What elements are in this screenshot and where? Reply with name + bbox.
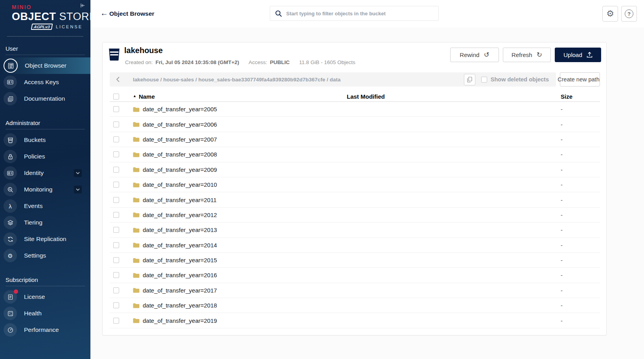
row-checkbox[interactable] — [113, 122, 119, 127]
object-size: - — [549, 257, 600, 263]
object-name[interactable]: date_of_transfer_year=2012 — [143, 212, 217, 218]
object-name[interactable]: date_of_transfer_year=2011 — [143, 197, 217, 203]
upload-button[interactable]: Upload — [555, 48, 601, 62]
row-checkbox[interactable] — [113, 302, 119, 308]
table-row[interactable]: date_of_transfer_year=2018 - — [110, 298, 600, 313]
row-checkbox[interactable] — [113, 106, 119, 112]
help-button[interactable]: ? — [621, 6, 637, 22]
table-row[interactable]: date_of_transfer_year=2013 - — [110, 223, 600, 237]
object-name[interactable]: date_of_transfer_year=2015 — [143, 257, 217, 263]
sidebar-item-events[interactable]: λ Events — [0, 198, 90, 214]
table-row[interactable]: date_of_transfer_year=2016 - — [110, 268, 600, 283]
table-row[interactable]: date_of_transfer_year=2019 - — [110, 313, 600, 328]
table-row[interactable]: date_of_transfer_year=2009 - — [110, 162, 600, 177]
table-row[interactable]: date_of_transfer_year=2005 - — [110, 102, 600, 117]
table-row[interactable]: date_of_transfer_year=2015 - — [110, 253, 600, 268]
breadcrumb[interactable]: lakehouse / house-sales / house_sales-ba… — [133, 77, 464, 83]
column-header-size[interactable]: Size — [549, 93, 600, 100]
folder-icon — [133, 197, 140, 203]
show-deleted-checkbox[interactable] — [481, 77, 487, 83]
folder-icon — [133, 227, 140, 233]
table-header: ▲ Name Last Modified Size — [110, 92, 600, 102]
column-header-last-modified[interactable]: Last Modified — [347, 93, 549, 100]
sidebar-item-license[interactable]: License — [0, 289, 90, 305]
license-badge-dot — [14, 289, 18, 294]
top-bar: ← Object Browser ⚙ ? — [90, 0, 644, 28]
sidebar-item-label: Object Browser — [25, 62, 66, 69]
access-value[interactable]: PUBLIC — [270, 59, 290, 65]
chevron-down-icon[interactable] — [74, 169, 82, 177]
table-row[interactable]: date_of_transfer_year=2008 - — [110, 147, 600, 162]
row-checkbox[interactable] — [113, 182, 119, 188]
table-row[interactable]: date_of_transfer_year=2006 - — [110, 117, 600, 132]
row-checkbox[interactable] — [113, 212, 119, 218]
object-filter-search[interactable] — [270, 6, 439, 21]
folder-icon — [133, 303, 140, 308]
object-name[interactable]: date_of_transfer_year=2007 — [143, 136, 217, 143]
sidebar-item-tiering[interactable]: Tiering — [0, 214, 90, 231]
back-arrow-icon[interactable]: ← — [100, 9, 108, 18]
sidebar-item-documentation[interactable]: Documentation — [0, 90, 90, 107]
folder-icon — [133, 242, 140, 248]
navigate-back-button[interactable] — [110, 77, 126, 82]
row-checkbox[interactable] — [113, 227, 119, 233]
sidebar-item-settings[interactable]: ⚙ Settings — [0, 247, 90, 264]
object-size: - — [549, 317, 600, 324]
sidebar-item-health[interactable]: Health — [0, 305, 90, 322]
row-checkbox[interactable] — [113, 197, 119, 203]
column-header-name[interactable]: ▲ Name — [129, 93, 347, 100]
table-row[interactable]: date_of_transfer_year=2014 - — [110, 238, 600, 253]
sidebar-item-performance[interactable]: Performance — [0, 322, 90, 338]
sidebar-item-label: Tiering — [24, 219, 42, 226]
sidebar-item-buckets[interactable]: Buckets — [0, 132, 90, 148]
table-row[interactable]: date_of_transfer_year=2011 - — [110, 192, 600, 207]
row-checkbox[interactable] — [113, 167, 119, 173]
divider — [6, 55, 85, 55]
object-size: - — [549, 197, 600, 203]
sidebar-item-monitoring[interactable]: Monitoring — [0, 181, 90, 198]
object-name[interactable]: date_of_transfer_year=2019 — [143, 317, 217, 324]
select-all-checkbox[interactable] — [113, 94, 119, 99]
sidebar-item-label: Settings — [24, 252, 46, 259]
chevron-down-icon[interactable] — [74, 186, 82, 193]
object-name[interactable]: date_of_transfer_year=2008 — [143, 151, 217, 158]
rewind-button[interactable]: Rewind ↺ — [450, 48, 499, 62]
object-name[interactable]: date_of_transfer_year=2005 — [143, 106, 217, 112]
object-name[interactable]: date_of_transfer_year=2017 — [143, 287, 217, 294]
object-size: - — [549, 302, 600, 309]
object-name[interactable]: date_of_transfer_year=2016 — [143, 272, 217, 278]
path-toolbar: lakehouse / house-sales / house_sales-ba… — [110, 72, 556, 87]
divider — [6, 286, 85, 286]
refresh-button[interactable]: Refresh ↻ — [503, 48, 551, 62]
sidebar-item-access-keys[interactable]: Access Keys — [0, 74, 90, 90]
object-name[interactable]: date_of_transfer_year=2009 — [143, 166, 217, 173]
sidebar-item-policies[interactable]: Policies — [0, 148, 90, 165]
row-checkbox[interactable] — [113, 318, 119, 324]
object-name[interactable]: date_of_transfer_year=2010 — [143, 181, 217, 188]
row-checkbox[interactable] — [113, 287, 119, 293]
sidebar-item-identity[interactable]: Identity — [0, 165, 90, 181]
row-checkbox[interactable] — [113, 242, 119, 248]
row-checkbox[interactable] — [113, 136, 119, 142]
sort-asc-icon[interactable]: ▲ — [133, 94, 136, 98]
sidebar-item-object-browser[interactable]: Object Browser — [0, 57, 90, 74]
object-name[interactable]: date_of_transfer_year=2013 — [143, 226, 217, 233]
table-row[interactable]: date_of_transfer_year=2017 - — [110, 283, 600, 298]
divider — [6, 129, 85, 129]
collapse-sidebar-icon[interactable] — [79, 2, 86, 9]
row-checkbox[interactable] — [113, 257, 119, 263]
settings-button[interactable]: ⚙ — [602, 6, 618, 22]
row-checkbox[interactable] — [113, 151, 119, 157]
table-row[interactable]: date_of_transfer_year=2010 - — [110, 177, 600, 192]
object-name[interactable]: date_of_transfer_year=2014 — [143, 242, 217, 249]
table-row[interactable]: date_of_transfer_year=2007 - — [110, 132, 600, 147]
create-new-path-button[interactable]: Create new path — [560, 72, 600, 87]
section-label: Administrator — [0, 116, 90, 129]
copy-path-button[interactable] — [464, 74, 475, 85]
search-input[interactable] — [285, 10, 438, 17]
object-name[interactable]: date_of_transfer_year=2018 — [143, 302, 217, 309]
sidebar-item-site-replication[interactable]: Site Replication — [0, 231, 90, 247]
row-checkbox[interactable] — [113, 272, 119, 278]
object-name[interactable]: date_of_transfer_year=2006 — [143, 121, 217, 128]
table-row[interactable]: date_of_transfer_year=2012 - — [110, 208, 600, 223]
